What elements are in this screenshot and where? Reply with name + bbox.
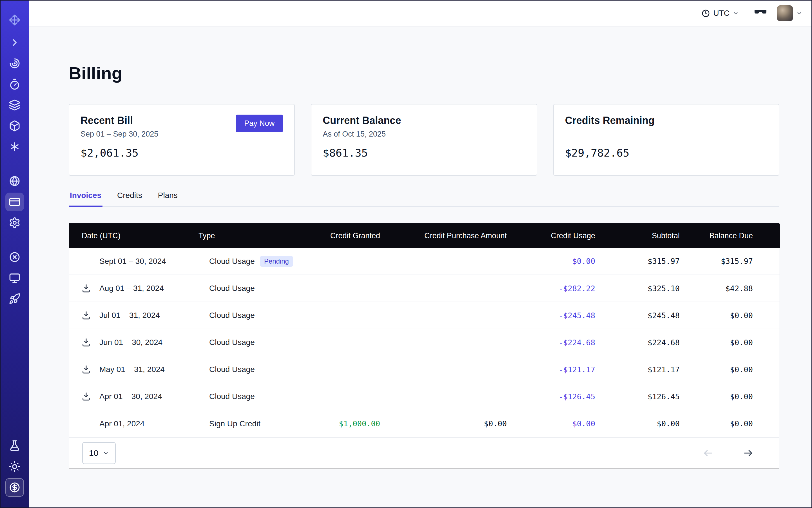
subtotal-value: $0.00 [607,410,691,437]
subtotal-value: $315.97 [607,248,691,275]
download-invoice-icon[interactable] [81,338,99,347]
credit-purchase-amount-value [392,383,519,410]
monitor-icon[interactable] [5,269,24,287]
subtotal-value: $126.45 [607,383,691,410]
timer-icon[interactable] [5,75,24,93]
credit-purchase-amount-value [392,248,519,275]
credit-usage-value: -$121.17 [519,356,607,383]
content: Billing Recent Bill Sep 01 – Sep 30, 202… [29,27,811,469]
logo-icon[interactable] [5,11,24,29]
card-amount: $861.35 [323,147,525,159]
table-row: Apr 01 – 30, 2024Cloud Usage-$126.45$126… [69,383,780,410]
radar-icon[interactable] [5,54,24,73]
balance-due-value: $0.00 [691,329,780,356]
cube-icon[interactable] [5,117,24,135]
sun-icon[interactable] [5,457,24,476]
status-badge: Pending [260,256,293,267]
next-page-icon[interactable] [743,448,754,458]
balance-due-value: $42.88 [691,275,780,302]
card-title: Current Balance [323,115,525,126]
credit-card-icon[interactable] [5,193,24,211]
table-row: Sept 01 – 30, 2024Cloud UsagePending$0.0… [69,248,780,275]
pay-now-button[interactable]: Pay Now [236,115,283,132]
flask-icon[interactable] [5,436,24,455]
sidebar-bottom-group [5,436,24,499]
invoice-date-cell: Aug 01 – 31, 2024 [69,275,198,302]
download-invoice-icon[interactable] [81,392,99,401]
layers-icon[interactable] [5,96,24,114]
card-title: Credits Remaining [565,115,768,126]
credit-purchase-amount-value [392,302,519,329]
invoice-date-cell: May 01 – 31, 2024 [69,356,198,383]
credit-granted-value [319,329,392,356]
invoice-date: Sept 01 – 30, 2024 [99,257,166,266]
page-size-select[interactable]: 10 [82,442,116,464]
tab-plans[interactable]: Plans [157,191,179,207]
current-balance-card: Current Balance As of Oct 15, 2025 $861.… [311,104,537,176]
asterisk-icon[interactable] [5,137,24,156]
circle-x-icon[interactable] [5,248,24,266]
user-menu[interactable] [777,5,803,21]
table-row: Apr 01, 2024Sign Up Credit$1,000.00$0.00… [69,410,780,437]
invoice-date: Apr 01 – 30, 2024 [99,392,162,401]
invoice-date-cell: Apr 01 – 30, 2024 [69,383,198,410]
invoice-table-body: Sept 01 – 30, 2024Cloud UsagePending$0.0… [69,248,780,437]
timezone-label: UTC [713,9,729,18]
table-row: Jul 01 – 31, 2024Cloud Usage-$245.48$245… [69,302,780,329]
rocket-icon[interactable] [5,290,24,308]
invoice-date-cell: Apr 01, 2024 [69,410,198,437]
download-invoice-icon[interactable] [81,284,99,293]
chevron-down-icon [796,10,803,16]
timezone-selector[interactable]: UTC [701,9,739,18]
balance-due-value: $0.00 [691,410,780,437]
billing-tabs: InvoicesCreditsPlans [69,191,779,207]
page-title: Billing [69,63,779,83]
goggles-icon[interactable] [754,8,767,18]
sidebar-group [5,172,24,234]
invoice-date: Apr 01, 2024 [99,419,144,428]
sidebar-group [5,248,24,310]
subtotal-value: $224.68 [607,329,691,356]
invoice-type: Cloud Usage [209,284,255,293]
prev-page-icon[interactable] [703,448,714,458]
sidebar-section-gap [5,234,24,248]
table-row: Aug 01 – 31, 2024Cloud Usage-$282.22$325… [69,275,780,302]
download-invoice-icon[interactable] [81,310,99,320]
tab-invoices[interactable]: Invoices [69,191,102,207]
column-header-subtotal: Subtotal [607,223,691,248]
invoice-type: Cloud Usage [209,257,255,266]
chevron-down-icon [103,450,109,456]
invoice-type-cell: Cloud Usage [198,275,319,302]
download-invoice-icon[interactable] [81,365,99,374]
subtotal-value: $245.48 [607,302,691,329]
tab-credits[interactable]: Credits [116,191,143,207]
gear-icon[interactable] [5,213,24,232]
column-header-balance-due: Balance Due [691,223,780,248]
table-row: May 01 – 31, 2024Cloud Usage-$121.17$121… [69,356,780,383]
topbar: UTC [29,1,811,27]
invoice-type: Cloud Usage [209,311,255,320]
chevron-right-icon[interactable] [5,33,24,52]
subtotal-value: $121.17 [607,356,691,383]
main-area: UTC Billing Recent Bill Sep 01 – Sep 30,… [29,1,811,507]
credit-purchase-amount-value: $0.00 [392,410,519,437]
invoice-date-cell: Jun 01 – 30, 2024 [69,329,198,356]
dollar-coin-icon[interactable] [5,478,24,497]
sidebar [1,1,29,507]
credit-purchase-amount-value [392,356,519,383]
globe-icon[interactable] [5,172,24,190]
invoice-type: Cloud Usage [209,365,255,374]
summary-cards: Recent Bill Sep 01 – Sep 30, 2025 $2,061… [69,104,779,176]
subtotal-value: $325.10 [607,275,691,302]
invoice-type-cell: Cloud Usage [198,383,319,410]
invoice-type: Cloud Usage [209,338,255,347]
table-row: Jun 01 – 30, 2024Cloud Usage-$224.68$224… [69,329,780,356]
balance-due-value: $0.00 [691,383,780,410]
invoice-type: Cloud Usage [209,392,255,401]
card-subtitle: As of Oct 15, 2025 [323,130,525,139]
card-subtitle [565,130,768,139]
credit-usage-value: -$282.22 [519,275,607,302]
invoice-date-cell: Sept 01 – 30, 2024 [69,248,198,275]
column-header-credit-granted: Credit Granted [319,223,392,248]
invoice-type-cell: Cloud Usage [198,356,319,383]
